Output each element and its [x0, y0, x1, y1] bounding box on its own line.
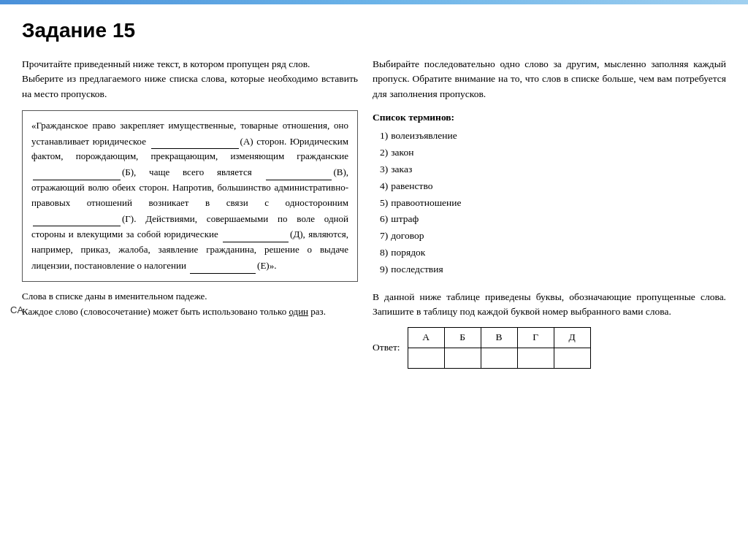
list-item: 9) последствия [380, 261, 726, 278]
list-item: 7) договор [380, 228, 726, 245]
term-word: последствия [391, 261, 443, 278]
blank-e [190, 258, 256, 274]
term-num: 3) [380, 161, 388, 178]
list-item: 1) волеизъявление [380, 128, 726, 145]
term-word: волеизъявление [391, 128, 457, 145]
answer-label: Ответ: [373, 342, 400, 353]
left-column: Прочитайте приведенный ниже текст, в кот… [22, 57, 358, 319]
answer-cell-v[interactable] [481, 348, 517, 368]
column-header-v: В [481, 327, 517, 348]
footer-line2: Каждое слово (словосочетание) может быть… [22, 306, 286, 317]
column-header-d: Д [554, 327, 590, 348]
term-word: закон [391, 145, 413, 161]
term-num: 4) [380, 178, 388, 195]
term-num: 8) [380, 245, 388, 261]
right-column: Выбирайте последовательно одно слово за … [373, 57, 726, 369]
blank-b [33, 164, 121, 180]
list-item: 8) порядок [380, 245, 726, 261]
footer-line1: Слова в списке даны в именительном падеж… [22, 291, 207, 302]
answer-table: А Б В Г Д [408, 327, 591, 369]
column-header-g: Г [517, 327, 554, 348]
footer-underline-word: один [289, 306, 308, 317]
left-intro-text: Прочитайте приведенный ниже текст, в кот… [22, 57, 358, 101]
answer-cell-g[interactable] [517, 348, 554, 368]
answer-cell-d[interactable] [554, 348, 590, 368]
blank-a [151, 134, 239, 150]
term-word: равенство [391, 178, 432, 195]
list-item: 3) заказ [380, 161, 726, 178]
answer-cell-b[interactable] [444, 348, 481, 368]
list-item: 6) штраф [380, 211, 726, 228]
term-word: заказ [391, 161, 412, 178]
term-num: 7) [380, 228, 388, 245]
footer-note: Слова в списке даны в именительном падеж… [22, 289, 358, 320]
sidebar-ca-label: CA [10, 304, 23, 315]
answer-cell-a[interactable] [408, 348, 444, 368]
term-num: 6) [380, 211, 388, 228]
list-item: 5) правоотношение [380, 195, 726, 212]
term-word: порядок [391, 245, 425, 261]
term-num: 5) [380, 195, 388, 212]
passage-text: «Гражданское право закрепляет имуществен… [31, 120, 348, 271]
term-word: штраф [391, 211, 419, 228]
terms-list: 1) волеизъявление 2) закон 3) заказ 4) р… [380, 128, 726, 278]
column-header-b: Б [444, 327, 481, 348]
page-title: Задание 15 [22, 19, 726, 42]
term-word: правоотношение [391, 195, 461, 212]
answer-section: Ответ: А Б В Г Д [373, 327, 726, 369]
term-num: 9) [380, 261, 388, 278]
column-header-a: А [408, 327, 444, 348]
blank-v [266, 164, 332, 180]
right-intro-text: Выбирайте последовательно одно слово за … [373, 57, 726, 101]
list-item: 4) равенство [380, 178, 726, 195]
table-intro-text: В данной ниже таблице приведены буквы, о… [373, 290, 726, 320]
passage-text-box: «Гражданское право закрепляет имуществен… [22, 110, 358, 282]
term-word: договор [391, 228, 424, 245]
blank-g [33, 211, 121, 227]
terms-title: Список терминов: [373, 112, 726, 123]
footer-line3: раз. [310, 306, 326, 317]
term-num: 2) [380, 145, 388, 161]
blank-d [223, 226, 289, 242]
term-num: 1) [380, 128, 388, 145]
list-item: 2) закон [380, 145, 726, 161]
